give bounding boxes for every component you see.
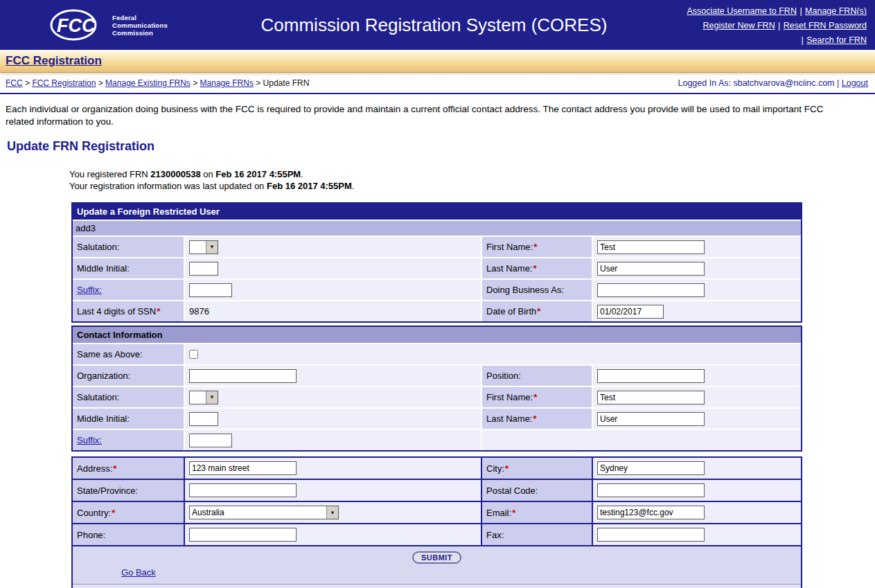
contact-first-name-label-cell: First Name:* [481,387,592,407]
manage-frns-link[interactable]: Manage FRN(s) [805,6,867,16]
required-asterisk: * [537,306,540,317]
position-input[interactable] [597,369,705,383]
go-back-link[interactable]: Go Back [121,567,156,578]
dob-label-cell: Date of Birth* [481,301,592,321]
contact-salutation-label: Salutation: [77,392,119,402]
submit-button[interactable]: SUBMIT [412,551,461,564]
empty-cell [481,430,801,450]
updated-line: Your registration information was last u… [69,180,875,192]
phone-input[interactable] [189,528,297,542]
contact-middle-initial-input[interactable] [189,412,218,426]
state-label-cell: State/Province: [73,480,184,501]
fax-input[interactable] [597,528,705,542]
contact-suffix-input[interactable] [189,434,232,447]
breadcrumb: FCC > FCC Registration > Manage Existing… [6,78,309,88]
form-subsection-label: add3 [73,220,801,235]
email-field-cell [592,502,801,523]
reset-frn-password-link[interactable]: Reset FRN Password [784,21,867,30]
last-name-input[interactable] [597,262,705,276]
updated-date: Feb 16 2017 4:55PM [267,181,352,191]
nav-separator: | [801,35,803,45]
required-asterisk: * [512,508,515,518]
top-header: FCC Federal Communications Commission Co… [0,0,875,50]
fcc-registration-banner: FCC Registration [0,50,875,73]
first-name-label-cell: First Name:* [481,237,592,257]
fcc-logo-text: Federal Communications Commission [112,14,168,37]
contact-salutation-label-cell: Salutation: [73,387,184,407]
suffix-field-cell [184,280,481,300]
fcc-registration-banner-link[interactable]: FCC Registration [6,54,102,68]
same-as-above-field-cell [184,344,801,364]
required-fields-note: Asterisks (*) indicate required fields. [73,584,801,588]
contact-first-name-input[interactable] [597,391,705,404]
ssn-label: Last 4 digits of SSN [77,306,156,317]
same-as-above-label-cell: Same as Above: [73,344,184,364]
breadcrumb-manage-existing-frns[interactable]: Manage Existing FRNs [105,78,191,88]
contact-salutation-field-cell: ▼ [184,387,481,407]
phone-label: Phone: [77,530,105,540]
contact-last-name-input[interactable] [597,412,705,426]
logout-link[interactable]: Logout [842,78,868,88]
contact-last-name-label-cell: Last Name:* [481,409,592,429]
middle-initial-label: Middle Initial: [77,263,130,274]
search-for-frn-link[interactable]: Search for FRN [806,35,867,45]
organization-label: Organization: [77,371,130,381]
suffix-link[interactable]: Suffix: [77,285,102,295]
contact-middle-initial-field-cell [184,409,481,429]
required-asterisk: * [533,263,536,274]
position-label-cell: Position: [481,366,592,386]
dob-input[interactable] [597,305,664,319]
form-row: Suffix: [73,429,801,450]
first-name-input[interactable] [597,240,705,254]
fcc-logo-icon: FCC [50,8,105,42]
required-asterisk: * [113,463,116,474]
header-nav: Associate Username to FRN | Manage FRN(s… [657,3,875,47]
form-row: Middle Initial: Last Name:* [73,407,801,429]
city-label: City: [486,463,504,474]
city-input[interactable] [597,461,705,475]
nav-separator: | [778,21,780,30]
address-input[interactable] [189,461,297,475]
fax-field-cell [592,524,801,545]
dropdown-arrow-icon: ▼ [206,391,218,404]
country-select[interactable]: Australia▼ [189,506,339,519]
breadcrumb-manage-frns[interactable]: Manage FRNs [200,78,254,88]
email-input[interactable] [597,506,705,519]
contact-salutation-select[interactable]: ▼ [189,391,218,404]
form-row: Phone: Fax: [73,523,801,545]
salutation-select[interactable]: ▼ [189,240,218,254]
required-asterisk: * [157,306,160,317]
organization-input[interactable] [189,369,297,383]
last-name-label: Last Name: [486,263,532,274]
session-divider: | [837,78,839,88]
first-name-field-cell [592,237,801,257]
contact-first-name-label: First Name: [486,392,533,402]
breadcrumb-separator: > [98,78,103,88]
doing-business-as-input[interactable] [597,283,705,297]
phone-field-cell [184,524,481,545]
middle-initial-input[interactable] [189,262,218,276]
required-asterisk: * [505,463,509,474]
contact-suffix-field-cell [184,430,481,450]
state-field-cell [184,480,481,501]
postal-code-input[interactable] [597,483,705,497]
doing-business-as-label: Doing Business As: [486,285,564,295]
suffix-input[interactable] [189,283,232,297]
last-name-label-cell: Last Name:* [481,258,592,278]
form-row: Suffix: Doing Business As: [73,278,801,300]
breadcrumb-fcc[interactable]: FCC [6,78,23,88]
postal-code-label: Postal Code: [486,485,538,496]
frn-number: 2130000538 [150,169,200,179]
country-label-cell: Country:* [73,502,184,523]
register-new-frn-link[interactable]: Register New FRN [702,21,775,30]
state-input[interactable] [189,483,297,497]
contact-suffix-link[interactable]: Suffix: [77,435,102,445]
same-as-above-checkbox[interactable] [189,350,198,359]
breadcrumb-fcc-registration[interactable]: FCC Registration [32,78,96,88]
personal-info-section: Update a Foreign Restricted User add3 Sa… [71,202,802,323]
organization-label-cell: Organization: [73,366,184,386]
ssn-value-cell: 9876 [184,301,481,321]
associate-username-to-frn-link[interactable]: Associate Username to FRN [687,6,797,16]
update-frn-form: Update a Foreign Restricted User add3 Sa… [71,202,802,588]
phone-label-cell: Phone: [73,524,184,545]
